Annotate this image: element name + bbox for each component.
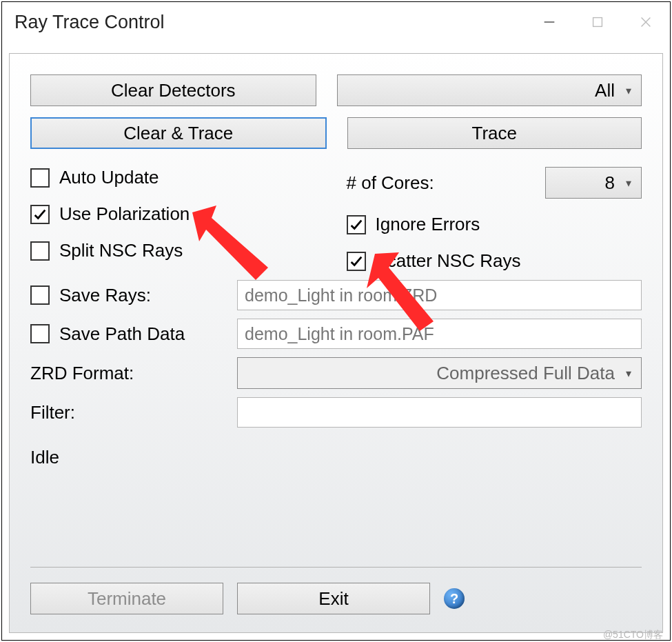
checkbox-icon bbox=[347, 252, 366, 271]
cores-label: # of Cores: bbox=[347, 172, 536, 194]
window-title: Ray Trace Control bbox=[14, 12, 165, 33]
checkbox-icon bbox=[30, 324, 50, 343]
close-button[interactable] bbox=[622, 2, 670, 42]
watermark: @51CTO博客 bbox=[603, 629, 663, 641]
exit-button[interactable]: Exit bbox=[237, 583, 430, 614]
checkbox-icon bbox=[30, 205, 50, 224]
cores-value: 8 bbox=[605, 172, 615, 194]
scatter-nsc-rays-label: Scatter NSC Rays bbox=[376, 250, 521, 272]
clear-and-trace-button[interactable]: Clear & Trace bbox=[30, 117, 327, 149]
auto-update-checkbox[interactable]: Auto Update bbox=[30, 167, 326, 188]
maximize-button[interactable] bbox=[573, 2, 622, 42]
save-path-data-label: Save Path Data bbox=[59, 323, 185, 345]
terminate-label: Terminate bbox=[88, 588, 166, 610]
cores-dropdown[interactable]: 8 ▾ bbox=[545, 167, 642, 199]
checkbox-icon bbox=[347, 215, 366, 234]
detector-selector-dropdown[interactable]: All ▾ bbox=[337, 74, 642, 106]
title-bar: Ray Trace Control bbox=[2, 2, 670, 42]
minimize-button[interactable] bbox=[525, 2, 573, 42]
trace-button[interactable]: Trace bbox=[347, 117, 642, 149]
window-frame: Ray Trace Control Clear Detectors All ▾ … bbox=[1, 1, 671, 641]
chevron-down-icon: ▾ bbox=[626, 84, 631, 97]
filter-input[interactable] bbox=[237, 397, 642, 428]
help-icon[interactable]: ? bbox=[444, 588, 465, 609]
save-path-data-checkbox[interactable]: Save Path Data bbox=[30, 323, 230, 345]
save-path-data-value: demo_Light in room.PAF bbox=[245, 324, 434, 344]
save-rays-input[interactable]: demo_Light in room.ZRD bbox=[237, 280, 642, 310]
split-nsc-rays-label: Split NSC Rays bbox=[59, 240, 183, 261]
save-rays-label: Save Rays: bbox=[59, 285, 151, 306]
save-rays-value: demo_Light in room.ZRD bbox=[245, 285, 437, 305]
use-polarization-label: Use Polarization bbox=[59, 203, 190, 225]
save-path-data-input[interactable]: demo_Light in room.PAF bbox=[237, 319, 642, 349]
clear-detectors-label: Clear Detectors bbox=[111, 80, 236, 101]
exit-label: Exit bbox=[318, 588, 348, 610]
save-rays-checkbox[interactable]: Save Rays: bbox=[30, 285, 230, 306]
checkbox-icon bbox=[30, 168, 50, 188]
zrd-format-value: Compressed Full Data bbox=[436, 363, 615, 384]
scatter-nsc-rays-checkbox[interactable]: Scatter NSC Rays bbox=[347, 250, 642, 272]
clear-and-trace-label: Clear & Trace bbox=[123, 123, 233, 144]
ignore-errors-checkbox[interactable]: Ignore Errors bbox=[347, 214, 642, 235]
terminate-button[interactable]: Terminate bbox=[30, 583, 223, 614]
divider bbox=[30, 567, 642, 568]
checkbox-icon bbox=[30, 285, 50, 305]
chevron-down-icon: ▾ bbox=[626, 177, 631, 190]
status-text: Idle bbox=[30, 447, 642, 468]
zrd-format-label-wrap: ZRD Format: bbox=[30, 363, 230, 384]
filter-label: Filter: bbox=[30, 402, 75, 423]
use-polarization-checkbox[interactable]: Use Polarization bbox=[30, 203, 326, 225]
ignore-errors-label: Ignore Errors bbox=[376, 214, 480, 235]
zrd-format-label: ZRD Format: bbox=[30, 363, 134, 384]
chevron-down-icon: ▾ bbox=[626, 367, 631, 380]
trace-label: Trace bbox=[472, 123, 518, 144]
auto-update-label: Auto Update bbox=[59, 167, 159, 188]
filter-label-wrap: Filter: bbox=[30, 402, 230, 423]
split-nsc-rays-checkbox[interactable]: Split NSC Rays bbox=[30, 240, 326, 261]
clear-detectors-button[interactable]: Clear Detectors bbox=[30, 74, 316, 106]
dialog-body: Clear Detectors All ▾ Clear & Trace Trac… bbox=[9, 53, 663, 633]
checkbox-icon bbox=[30, 241, 50, 261]
svg-rect-1 bbox=[593, 18, 602, 27]
detector-selector-value: All bbox=[595, 80, 615, 101]
zrd-format-dropdown[interactable]: Compressed Full Data ▾ bbox=[237, 357, 642, 389]
